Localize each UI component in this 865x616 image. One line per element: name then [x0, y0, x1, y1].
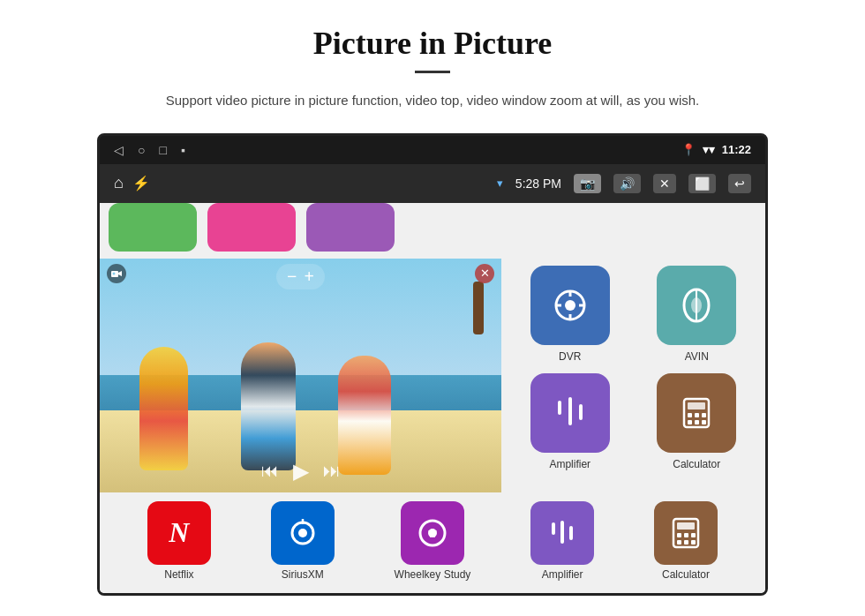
svg-rect-37 [677, 540, 681, 545]
clock: 11:22 [722, 143, 751, 156]
amplifier-bottom-label: Amplifier [542, 568, 583, 581]
amplifier-label: Amplifier [549, 458, 590, 470]
wifi-icon: ▾▾ [703, 143, 715, 156]
device-frame: ◁ ○ □ ▪ 📍 ▾▾ 11:22 ⌂ ⚡ ▾ 5:28 PM 📷 🔊 [97, 133, 768, 596]
svg-text:W: W [428, 530, 437, 539]
calculator-bottom-icon [654, 501, 718, 565]
app-toolbar: ⌂ ⚡ ▾ 5:28 PM 📷 🔊 ✕ ⬜ ↩ [100, 164, 765, 203]
back-icon[interactable]: ◁ [114, 143, 124, 157]
back-toolbar-button[interactable]: ↩ [728, 174, 751, 193]
page-wrapper: Picture in Picture Support video picture… [0, 0, 865, 616]
svg-rect-35 [684, 533, 688, 537]
pip-video-container[interactable]: − + ✕ ⏮ ▶ ⏭ [100, 259, 501, 492]
video-close-button[interactable]: ✕ [475, 264, 494, 283]
wifi-toolbar-icon: ▾ [497, 177, 503, 190]
wheelkey-icon: W [401, 501, 464, 565]
app-icon-amplifier[interactable]: Amplifier [512, 373, 628, 470]
bottom-app-siriusxm[interactable]: SiriusXM [271, 501, 335, 581]
calculator-icon-box [657, 373, 736, 453]
app-icon-avin[interactable]: AVIN [639, 266, 756, 363]
video-bottom-controls: ⏮ ▶ ⏭ [100, 459, 501, 492]
toolbar-left: ⌂ ⚡ [114, 174, 150, 192]
toolbar-time: 5:28 PM [515, 177, 561, 191]
svg-rect-16 [688, 402, 705, 409]
video-overlay-controls: − + ✕ ⏮ ▶ ⏭ [100, 259, 501, 492]
amplifier-bottom-icon [530, 501, 594, 565]
svg-rect-20 [688, 420, 692, 424]
app-icon-calculator[interactable]: Calculator [639, 373, 756, 470]
status-bar: ◁ ○ □ ▪ 📍 ▾▾ 11:22 [100, 136, 765, 164]
bottom-app-amplifier[interactable]: Amplifier [530, 501, 594, 581]
middle-section: − + ✕ ⏮ ▶ ⏭ [100, 259, 765, 492]
svg-point-2 [113, 272, 116, 274]
bottom-app-wheelkey[interactable]: W Wheelkey Study [395, 501, 471, 581]
window-button[interactable]: ⬜ [688, 174, 716, 193]
wheelkey-label: Wheelkey Study [395, 568, 471, 581]
app-content: − + ✕ ⏮ ▶ ⏭ [100, 203, 765, 593]
svg-point-24 [298, 529, 307, 537]
calculator-label: Calculator [673, 458, 720, 470]
camera-button[interactable]: 📷 [574, 174, 601, 193]
netflix-label: Netflix [164, 568, 193, 581]
bottom-app-calculator[interactable]: Calculator [654, 501, 718, 581]
zoom-minus-button[interactable]: − [287, 267, 297, 287]
svg-rect-17 [688, 413, 692, 417]
svg-rect-18 [695, 413, 699, 417]
video-top-bar: − + ✕ [100, 259, 501, 295]
page-subtitle: Support video picture in picture functio… [166, 89, 699, 112]
recents-icon[interactable]: □ [159, 143, 166, 157]
svg-rect-33 [677, 522, 695, 530]
svg-marker-1 [118, 271, 122, 276]
playback-next-button[interactable]: ⏭ [323, 461, 341, 481]
svg-rect-19 [702, 413, 706, 417]
svg-rect-34 [677, 533, 681, 537]
netflix-icon: N [147, 501, 211, 565]
svg-point-11 [691, 297, 702, 313]
avin-icon-box [657, 266, 736, 345]
app-icon-top-netflix[interactable] [109, 203, 197, 252]
usb-icon[interactable]: ⚡ [132, 175, 150, 192]
playback-play-button[interactable]: ▶ [293, 459, 309, 484]
svg-rect-21 [695, 420, 699, 424]
avin-label: AVIN [685, 350, 709, 363]
siriusxm-label: SiriusXM [282, 568, 324, 581]
video-camera-icon [107, 264, 126, 283]
status-bar-left: ◁ ○ □ ▪ [114, 143, 185, 157]
svg-rect-36 [691, 533, 696, 537]
zoom-plus-button[interactable]: + [305, 267, 314, 287]
svg-rect-22 [702, 420, 706, 424]
svg-point-4 [565, 300, 575, 311]
app-icon-top-siriusxm[interactable] [207, 203, 296, 252]
svg-rect-38 [684, 540, 688, 545]
close-button[interactable]: ✕ [653, 174, 676, 193]
home-icon[interactable]: ⌂ [114, 174, 124, 192]
app-icons-right: DVR AVIN [501, 259, 765, 492]
page-title: Picture in Picture [313, 25, 553, 62]
title-divider [415, 71, 450, 73]
siriusxm-icon [271, 501, 335, 565]
status-bar-right: 📍 ▾▾ 11:22 [681, 143, 751, 156]
screenshot-icon[interactable]: ▪ [181, 143, 185, 157]
dvr-icon-box [530, 266, 610, 345]
app-icon-top-wheelkey[interactable] [306, 203, 395, 252]
svg-rect-39 [691, 540, 696, 545]
bottom-app-netflix[interactable]: N Netflix [147, 501, 211, 581]
home-circle-icon[interactable]: ○ [138, 143, 145, 157]
app-icon-dvr[interactable]: DVR [512, 266, 628, 363]
amplifier-icon-box [530, 373, 610, 453]
toolbar-right: ▾ 5:28 PM 📷 🔊 ✕ ⬜ ↩ [497, 174, 751, 193]
location-icon: 📍 [681, 143, 696, 156]
app-top-row [100, 203, 765, 252]
calculator-bottom-label: Calculator [662, 568, 710, 581]
video-zoom-controls[interactable]: − + [276, 264, 325, 289]
dvr-label: DVR [559, 350, 581, 363]
bottom-app-row: N Netflix SiriusXM [100, 492, 765, 593]
playback-prev-button[interactable]: ⏮ [261, 461, 279, 481]
volume-button[interactable]: 🔊 [613, 174, 641, 193]
